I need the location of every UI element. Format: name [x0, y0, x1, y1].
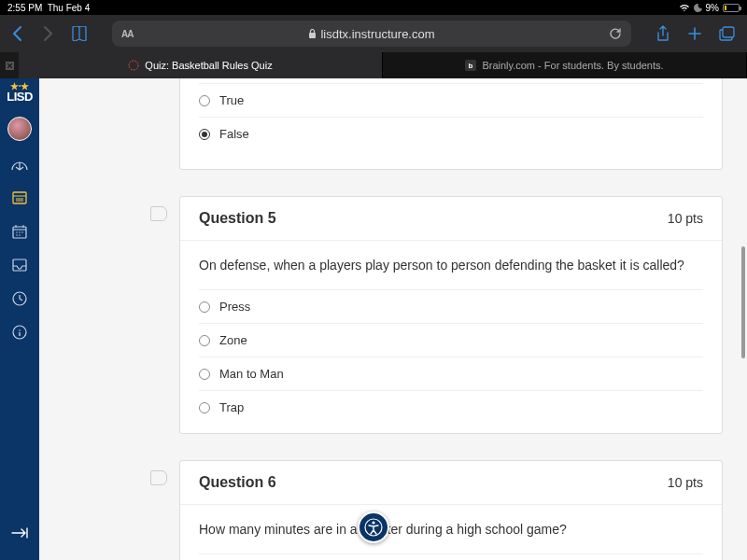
url-bar[interactable]: AA lisdtx.instructure.com — [112, 21, 631, 47]
q5-text: On defense, when a players play person t… — [199, 258, 703, 273]
ipad-status-bar: 2:55 PM Thu Feb 4 9% — [0, 0, 747, 15]
question-card-4: True False — [179, 78, 723, 170]
new-tab-button[interactable] — [687, 26, 702, 41]
brainly-favicon-icon: b — [465, 60, 476, 71]
reader-aa-button[interactable]: AA — [121, 29, 133, 39]
close-tab-button[interactable] — [0, 52, 19, 78]
svg-point-18 — [19, 234, 20, 235]
courses-icon[interactable] — [9, 188, 30, 208]
svg-point-3 — [129, 61, 138, 70]
lock-icon — [308, 29, 317, 39]
share-button[interactable] — [655, 25, 670, 42]
svg-point-16 — [21, 231, 22, 232]
svg-point-17 — [16, 234, 17, 235]
calendar-icon[interactable] — [9, 221, 30, 242]
q5-points: 10 pts — [668, 211, 703, 226]
radio-selected-icon — [199, 129, 210, 140]
svg-point-25 — [372, 521, 374, 524]
q5-option-trap[interactable]: Trap — [199, 390, 703, 424]
q6-points: 10 pts — [668, 475, 703, 490]
battery-percent: 9% — [706, 3, 719, 13]
svg-rect-1 — [723, 27, 734, 37]
canvas-favicon-icon — [128, 60, 139, 71]
back-button[interactable] — [11, 25, 24, 42]
inbox-icon[interactable] — [9, 255, 30, 275]
q5-title: Question 5 — [199, 210, 276, 227]
tab-strip: Quiz: Basketball Rules Quiz b Brainly.co… — [0, 52, 747, 78]
q6-option-8min[interactable]: 8 minutes — [199, 553, 703, 560]
tab-brainly-title: Brainly.com - For students. By students. — [482, 60, 663, 71]
radio-icon — [199, 301, 210, 313]
q4-option-true[interactable]: True — [199, 83, 703, 117]
q5-option-man[interactable]: Man to Man — [199, 357, 703, 390]
tabs-button[interactable] — [719, 26, 736, 41]
q5-option-press[interactable]: Press — [199, 289, 703, 323]
url-host: lisdtx.instructure.com — [320, 27, 434, 41]
reload-button[interactable] — [609, 27, 622, 40]
svg-point-15 — [19, 231, 20, 232]
lisd-logo[interactable]: ★·★ LISD — [7, 84, 33, 104]
q5-option-zone[interactable]: Zone — [199, 323, 703, 357]
radio-icon — [199, 402, 210, 413]
avatar[interactable] — [7, 117, 32, 141]
svg-rect-0 — [309, 33, 316, 38]
svg-rect-6 — [13, 192, 26, 203]
history-icon[interactable] — [9, 288, 30, 309]
quiz-content: True False Question 5 10 pts On defense,… — [39, 78, 747, 560]
tab-quiz-title: Quiz: Basketball Rules Quiz — [145, 60, 272, 71]
q4-option-false[interactable]: False — [199, 117, 703, 150]
q6-text: How many minutes are in a quarter during… — [199, 522, 703, 537]
moon-icon — [694, 4, 702, 12]
battery-icon — [723, 4, 740, 12]
svg-text:b: b — [469, 62, 473, 70]
tab-brainly[interactable]: b Brainly.com - For students. By student… — [383, 52, 747, 78]
svg-point-22 — [19, 329, 21, 331]
question-card-5: Question 5 10 pts On defense, when a pla… — [179, 196, 723, 434]
wifi-icon — [679, 4, 690, 12]
help-icon[interactable] — [9, 322, 30, 343]
safari-toolbar: AA lisdtx.instructure.com — [0, 15, 747, 52]
bookmarks-button[interactable] — [71, 26, 88, 41]
radio-icon — [199, 369, 210, 380]
accessibility-button[interactable] — [358, 511, 389, 543]
status-time: 2:55 PM Thu Feb 4 — [7, 3, 90, 13]
question-card-6: Question 6 10 pts How many minutes are i… — [179, 460, 723, 560]
flag-question-button[interactable] — [150, 206, 167, 221]
canvas-sidebar: ★·★ LISD — [0, 78, 39, 560]
q6-title: Question 6 — [199, 474, 276, 491]
tab-quiz[interactable]: Quiz: Basketball Rules Quiz — [19, 52, 383, 78]
radio-icon — [199, 335, 210, 346]
forward-button[interactable] — [41, 25, 54, 42]
flag-question-button[interactable] — [150, 470, 167, 485]
radio-icon — [199, 95, 210, 106]
dashboard-icon[interactable] — [9, 154, 30, 175]
collapse-sidebar-icon[interactable] — [9, 523, 30, 543]
scrollbar[interactable] — [741, 246, 745, 358]
svg-point-14 — [16, 231, 17, 232]
